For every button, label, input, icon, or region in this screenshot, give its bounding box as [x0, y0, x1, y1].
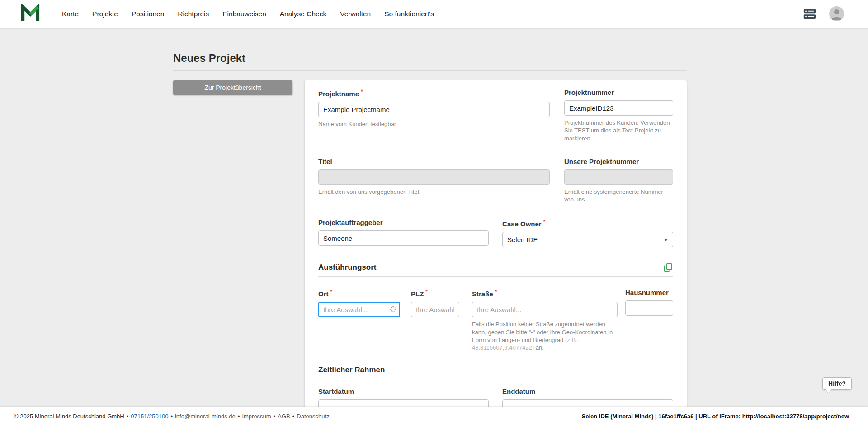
footer-separator: • [238, 413, 240, 420]
field-case-owner: Case Owner* Selen IDE [502, 219, 673, 247]
new-project-form-card: Projektname* Name vom Kunden festlegbar … [305, 80, 687, 407]
nav-item-positionen[interactable]: Positionen [132, 10, 164, 18]
section-zeitlicher-rahmen-header: Zeitlicher Rahmen [318, 365, 673, 375]
agb-link[interactable]: AGB [278, 413, 290, 420]
footer-separator: • [292, 413, 295, 420]
footer-left: © 2025 Mineral Minds Deutschland GmbH • … [14, 413, 330, 420]
copy-icon[interactable] [663, 262, 673, 272]
ort-label: Ort* [318, 289, 400, 298]
unsere-projektnummer-helper: Erhält eine systemgenerierte Nummer von … [564, 188, 673, 204]
nav-item-richtpreis[interactable]: Richtpreis [178, 10, 209, 18]
server-icon[interactable] [803, 9, 816, 19]
copyright-text: © 2025 Mineral Minds Deutschland GmbH [14, 413, 124, 420]
field-hausnummer: Hausnummer [625, 289, 673, 351]
case-owner-value: Selen IDE [507, 236, 538, 243]
field-ort: Ort* [318, 289, 400, 351]
enddatum-label: Enddatum [502, 388, 673, 395]
case-owner-label-text: Case Owner [502, 220, 542, 228]
nav-item-karte[interactable]: Karte [62, 10, 79, 18]
footer-separator: • [170, 413, 173, 420]
plz-label: PLZ* [411, 289, 459, 298]
phone-link[interactable]: 07151/250100 [131, 413, 168, 420]
content-row: Zur Projektübersicht Projektname* Name v… [173, 80, 687, 407]
field-projektauftraggeber: Projektauftraggeber [318, 219, 489, 247]
case-owner-label: Case Owner* [502, 219, 673, 228]
ort-input-wrap [318, 302, 400, 317]
case-owner-select[interactable]: Selen IDE [502, 232, 673, 247]
section-ausfuehrungsort-header: Ausführungsort [318, 262, 673, 272]
field-titel: Titel Erhält den von uns vorgegebenen Ti… [318, 158, 550, 204]
help-button[interactable]: Hilfe? [822, 377, 852, 390]
unsere-projektnummer-label: Unsere Projektnummer [564, 158, 673, 165]
titel-helper: Erhält den von uns vorgegebenen Titel. [318, 188, 550, 196]
unsere-projektnummer-input [564, 169, 673, 185]
ort-input[interactable] [318, 302, 400, 317]
session-details: (Mineral Minds) | 16fae1ffc6a6 | URL of … [609, 413, 849, 420]
required-asterisk: * [495, 289, 497, 295]
projektname-helper: Name vom Kunden festlegbar [318, 120, 550, 128]
email-link[interactable]: info@mineral-minds.de [175, 413, 236, 420]
nav-item-projekte[interactable]: Projekte [92, 10, 118, 18]
projektauftraggeber-input[interactable] [318, 230, 489, 246]
projektname-input[interactable] [318, 102, 550, 117]
impressum-link[interactable]: Impressum [242, 413, 271, 420]
field-enddatum: Enddatum [502, 388, 673, 407]
form-column: Projektname* Name vom Kunden festlegbar … [305, 80, 687, 407]
section-zeitlicher-rahmen-title: Zeitlicher Rahmen [318, 365, 385, 375]
session-user: Selen IDE [582, 413, 609, 420]
field-startdatum: Startdatum [318, 388, 489, 407]
projektauftraggeber-label: Projektauftraggeber [318, 219, 489, 226]
titel-label: Titel [318, 158, 550, 165]
plz-input[interactable] [411, 302, 459, 317]
strasse-label-text: Straße [472, 290, 493, 298]
datenschutz-link[interactable]: Datenschutz [297, 413, 329, 420]
main-navigation: Karte Projekte Positionen Richtpreis Ein… [62, 10, 434, 18]
section-divider [318, 276, 673, 277]
enddatum-input[interactable] [502, 399, 673, 407]
section-ausfuehrungsort-title: Ausführungsort [318, 263, 376, 272]
projektname-label-text: Projektname [318, 90, 359, 98]
app-logo[interactable] [20, 4, 40, 24]
title-divider [173, 70, 687, 71]
projektnummer-helper: Projektnummer des Kunden. Verwenden Sie … [564, 119, 673, 142]
projektnummer-input[interactable] [564, 100, 673, 116]
field-strasse: Straße* Falls die Position keiner Straße… [472, 289, 618, 351]
footer-session-info: Selen IDE (Mineral Minds) | 16fae1ffc6a6… [582, 413, 849, 420]
strasse-input[interactable] [472, 302, 618, 317]
strasse-helper-text: Falls die Position keiner Straße zugeord… [472, 321, 613, 343]
field-projektnummer: Projektnummer Projektnummer des Kunden. … [564, 89, 673, 142]
form-row: Ort* PLZ* [318, 289, 673, 351]
plz-label-text: PLZ [411, 290, 424, 298]
nav-item-analyse-check[interactable]: Analyse Check [280, 10, 326, 18]
form-row: Projektname* Name vom Kunden festlegbar … [318, 89, 673, 142]
hausnummer-input[interactable] [625, 300, 673, 316]
projektname-label: Projektname* [318, 89, 550, 98]
main-content: Neues Projekt Zur Projektübersicht Proje… [0, 28, 868, 407]
section-divider [318, 379, 673, 379]
required-asterisk: * [330, 289, 333, 295]
hausnummer-label: Hausnummer [625, 289, 673, 296]
form-row: Projektauftraggeber Case Owner* Selen ID… [318, 219, 673, 247]
strasse-helper: Falls die Position keiner Straße zugeord… [472, 320, 618, 351]
nav-item-so-funktionierts[interactable]: So funktioniert's [384, 10, 434, 18]
strasse-helper-suffix: an. [534, 344, 544, 351]
page-container: Neues Projekt Zur Projektübersicht Proje… [173, 28, 687, 407]
required-asterisk: * [543, 219, 546, 225]
field-plz: PLZ* [411, 289, 459, 351]
footer-separator: • [127, 413, 129, 420]
required-asterisk: * [425, 289, 428, 295]
startdatum-input[interactable] [318, 399, 489, 407]
chevron-down-icon [664, 239, 668, 241]
field-projektname: Projektname* Name vom Kunden festlegbar [318, 89, 550, 142]
startdatum-label: Startdatum [318, 388, 489, 395]
page-title: Neues Projekt [173, 52, 687, 65]
projektnummer-label: Projektnummer [564, 89, 673, 96]
mineral-minds-logo-icon [20, 4, 40, 24]
project-overview-button[interactable]: Zur Projektübersicht [173, 80, 292, 95]
navbar-right [803, 6, 844, 21]
nav-item-einbauweisen[interactable]: Einbauweisen [222, 10, 266, 18]
nav-item-verwalten[interactable]: Verwalten [340, 10, 371, 18]
footer-separator: • [274, 413, 276, 420]
field-unsere-projektnummer: Unsere Projektnummer Erhält eine systemg… [564, 158, 673, 204]
user-avatar-icon[interactable] [829, 6, 844, 21]
